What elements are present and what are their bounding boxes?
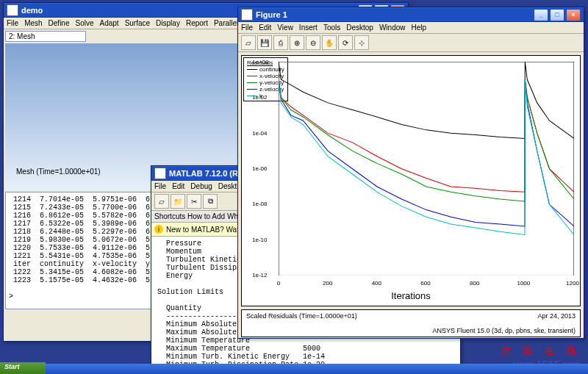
axes[interactable]: Residualscontinuityx-velocityy-velocityz… [241,55,581,306]
menu-display[interactable]: Display [156,19,180,27]
menu-desktop[interactable]: Desktop [346,24,373,32]
menu-debug[interactable]: Debug [190,182,212,190]
menu-window[interactable]: Window [379,24,406,32]
ytick: 1e-02 [252,94,267,101]
xtick: 600 [420,280,430,287]
maximize-button[interactable]: □ [550,9,564,21]
menu-edit[interactable]: Edit [259,24,271,32]
copy-icon[interactable]: ⧉ [203,194,218,209]
plot-lines [279,62,574,276]
xtick: 200 [323,280,332,287]
rotate-icon[interactable]: ⟳ [338,35,353,50]
menu-adapt[interactable]: Adapt [100,19,119,27]
zoom-out-icon[interactable]: ⊖ [306,35,320,50]
footer-right: ANSYS Fluent 15.0 (3d, dp, pbns, ske, tr… [432,327,576,334]
menu-report[interactable]: Report [186,19,208,27]
cut-icon[interactable]: ✂ [187,194,201,209]
x-axis-label: Iterations [391,290,430,301]
demo-title: demo [21,6,43,15]
start-button[interactable]: Start [0,362,46,374]
new-icon[interactable]: ▱ [154,194,169,209]
footer-left: Scaled Residuals (Time=1.0000e+01) [246,312,576,320]
new-icon[interactable]: ▱ [241,35,256,50]
ytick: 1e-08 [252,201,267,207]
menu-edit[interactable]: Edit [172,182,184,190]
menu-parallel[interactable]: Parallel [214,19,238,27]
ytick: 1e-12 [252,272,267,278]
menu-help[interactable]: Help [412,24,427,32]
matlab-icon [154,168,166,179]
app-icon [7,4,18,16]
menu-define[interactable]: Define [49,19,70,27]
figure-icon [241,9,253,21]
menu-file[interactable]: File [241,24,253,32]
figure-title: Figure 1 [256,10,287,19]
figure-titlebar[interactable]: Figure 1 _ □ × [238,7,584,22]
xtick: 0 [277,280,280,287]
ytick: 1e+00 [252,59,268,65]
xtick: 800 [470,280,479,287]
menu-file[interactable]: File [7,19,18,27]
close-button[interactable]: × [566,9,581,21]
info-icon: i [154,225,163,234]
menu-mesh[interactable]: Mesh [24,19,42,27]
figure-footer: Scaled Residuals (Time=1.0000e+01) Apr 2… [241,309,581,337]
xtick: 1200 [566,280,579,287]
figure-toolbar: ▱ 💾 ⎙ ⊕ ⊖ ✋ ⟳ ⊹ [238,34,584,52]
ytick: 1e-04 [252,130,267,137]
minimize-button[interactable]: _ [534,9,548,21]
zoom-in-icon[interactable]: ⊕ [290,35,304,50]
ytick: 1e-10 [252,237,267,243]
pan-icon[interactable]: ✋ [322,35,337,50]
figure-menubar: FileEditViewInsertToolsDesktopWindowHelp [238,22,584,34]
menu-tools[interactable]: Tools [323,24,340,32]
open-icon[interactable]: 📁 [171,194,185,209]
footer-date: Apr 24, 2013 [537,312,576,320]
taskbar[interactable] [0,364,588,374]
menu-file[interactable]: File [154,182,166,190]
menu-surface[interactable]: Surface [125,19,150,27]
svg-rect-0 [279,62,574,276]
mesh-selector[interactable]: 2: Mesh [5,31,86,42]
data-cursor-icon[interactable]: ⊹ [354,35,369,50]
figure-window: Figure 1 _ □ × FileEditViewInsertToolsDe… [237,7,584,339]
print-icon[interactable]: ⎙ [273,35,288,50]
menu-view[interactable]: View [277,24,293,32]
ytick: 1e-06 [252,165,267,172]
xtick: 1000 [517,280,530,287]
menu-solve[interactable]: Solve [75,19,93,27]
mesh-time-label: Mesh (Time=1.0000e+01) [16,168,101,176]
menu-insert[interactable]: Insert [299,24,318,32]
save-icon[interactable]: 💾 [257,35,272,50]
xtick: 400 [372,280,381,287]
watermark-cn: 仿 真 在 线 [501,345,581,358]
